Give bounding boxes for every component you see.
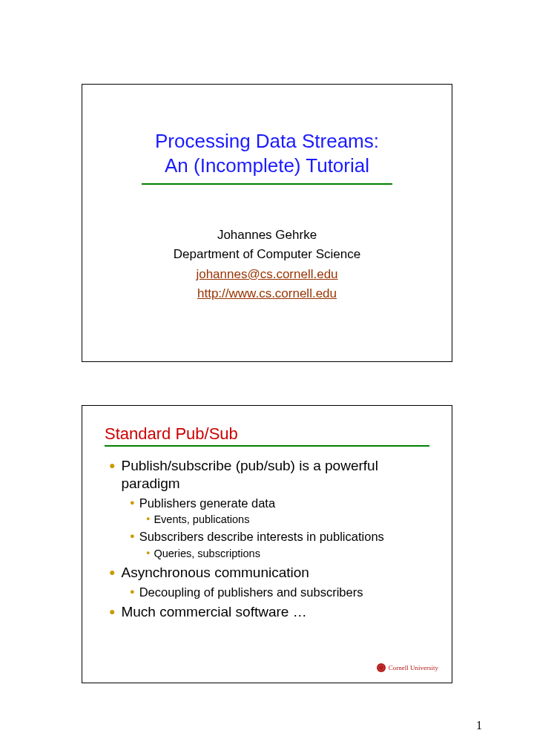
slide-2: Standard Pub/Sub ● Publish/subscribe (pu… xyxy=(82,405,452,683)
heading-underline xyxy=(105,445,429,447)
page-number: 1 xyxy=(476,719,482,732)
bullet-icon: ● xyxy=(109,564,115,580)
bullet-text: Publishers generate data xyxy=(139,496,275,511)
list-item: ● Subscribers describe interests in publ… xyxy=(130,529,429,545)
author-block: Johannes Gehrke Department of Computer S… xyxy=(82,226,452,303)
bullet-icon: ● xyxy=(109,457,115,473)
slide-1: Processing Data Streams: An (Incomplete)… xyxy=(82,84,452,362)
bullet-icon: ● xyxy=(130,529,135,543)
title-line-1: Processing Data Streams: xyxy=(155,130,379,152)
bullet-icon: ● xyxy=(130,496,135,510)
cornell-seal-icon xyxy=(377,663,386,672)
author-url-link[interactable]: http://www.cs.cornell.edu xyxy=(197,286,337,300)
bullet-icon: ● xyxy=(109,603,115,619)
bullet-text: Asynchronous communication xyxy=(121,564,309,582)
title-line-2: An (Incomplete) Tutorial xyxy=(165,154,369,177)
list-item: ● Publishers generate data xyxy=(130,496,429,511)
slide2-heading: Standard Pub/Sub xyxy=(105,424,429,444)
bullet-text: Subscribers describe interests in public… xyxy=(139,529,384,545)
bullet-text: Decoupling of publishers and subscribers xyxy=(139,585,363,600)
title-block: Processing Data Streams: An (Incomplete)… xyxy=(82,85,452,185)
bullet-text: Much commercial software … xyxy=(121,603,306,621)
author-email-link[interactable]: johannes@cs.cornell.edu xyxy=(196,267,337,281)
bullet-text: Publish/subscribe (pub/sub) is a powerfu… xyxy=(121,457,429,493)
title-underline xyxy=(142,183,392,185)
list-item: ● Decoupling of publishers and subscribe… xyxy=(130,585,429,600)
bullet-text: Events, publications xyxy=(154,513,249,526)
list-item: ● Much commercial software … xyxy=(109,603,429,621)
bullet-icon: ● xyxy=(146,547,150,559)
bullet-icon: ● xyxy=(130,585,135,599)
bullet-icon: ● xyxy=(146,513,150,525)
list-item: ● Queries, subscriptions xyxy=(146,547,429,560)
author-name: Johannes Gehrke xyxy=(82,226,452,245)
slide-title: Processing Data Streams: An (Incomplete)… xyxy=(82,129,452,177)
footer-text: Cornell University xyxy=(389,664,438,671)
list-item: ● Events, publications xyxy=(146,513,429,526)
bullet-text: Queries, subscriptions xyxy=(154,547,260,560)
list-item: ● Publish/subscribe (pub/sub) is a power… xyxy=(109,457,429,493)
author-dept: Department of Computer Science xyxy=(82,245,452,264)
footer-logo: Cornell University xyxy=(377,663,438,672)
list-item: ● Asynchronous communication xyxy=(109,564,429,582)
